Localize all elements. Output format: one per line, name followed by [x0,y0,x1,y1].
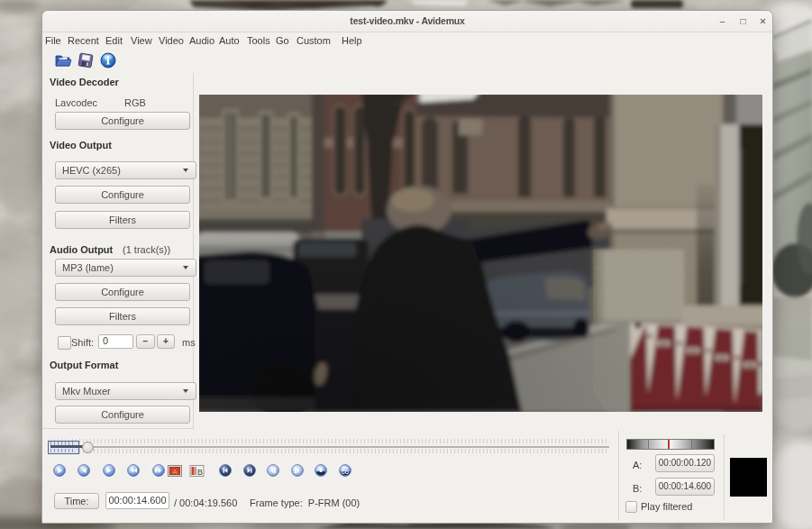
svg-text:GO: GO [342,470,349,475]
svg-text:A: A [172,468,178,476]
svg-text:B: B [197,468,203,477]
